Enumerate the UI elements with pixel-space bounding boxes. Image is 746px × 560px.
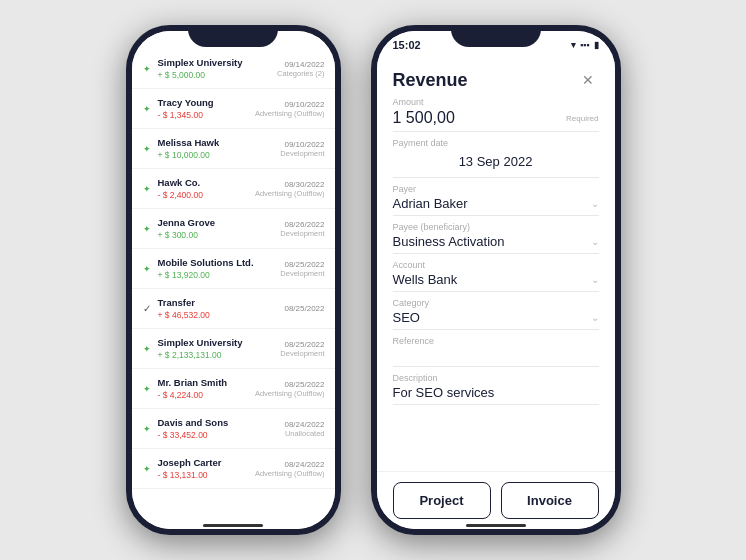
txn-right: 09/14/2022Categories (2)	[277, 60, 325, 78]
payee-label: Payee (beneficiary)	[393, 222, 599, 232]
battery-icon: ▮	[594, 40, 599, 50]
right-screen: 15:02 ▾ ▪▪▪ ▮ Revenue ✕ Amount 1 500,00 …	[377, 31, 615, 529]
category-value: SEO	[393, 310, 420, 325]
payee-field-group: Payee (beneficiary) Business Activation …	[393, 222, 599, 254]
payer-value: Adrian Baker	[393, 196, 468, 211]
txn-amount: - $ 13,131.00	[158, 470, 255, 480]
transaction-item[interactable]: ✦Mr. Brian Smith- $ 4,224.0008/25/2022Ad…	[132, 369, 335, 409]
txn-category: Unallocated	[284, 429, 324, 438]
category-label: Category	[393, 298, 599, 308]
required-badge: Required	[566, 114, 598, 123]
account-label: Account	[393, 260, 599, 270]
txn-name: Davis and Sons	[158, 417, 285, 429]
form-body: Amount 1 500,00 Required Payment date 13…	[377, 97, 615, 471]
txn-category: Advertising (Outflow)	[255, 469, 325, 478]
txn-category: Advertising (Outflow)	[255, 189, 325, 198]
txn-name: Simplex University	[158, 337, 281, 349]
txn-main: Mr. Brian Smith- $ 4,224.00	[156, 377, 255, 399]
txn-category: Advertising (Outflow)	[255, 389, 325, 398]
phone-notch-right	[451, 25, 541, 47]
payer-row[interactable]: Adrian Baker ⌄	[393, 196, 599, 211]
txn-name: Hawk Co.	[158, 177, 255, 189]
txn-category: Development	[280, 349, 324, 358]
txn-right: 08/25/2022	[284, 304, 324, 313]
chevron-down-icon-category: ⌄	[591, 312, 599, 323]
payment-date-label: Payment date	[393, 138, 599, 148]
phone-notch	[188, 25, 278, 47]
transaction-item[interactable]: ✦Melissa Hawk+ $ 10,000.0009/10/2022Deve…	[132, 129, 335, 169]
transaction-item[interactable]: ✦Simplex University+ $ 5,000.0009/14/202…	[132, 49, 335, 89]
txn-amount: - $ 1,345.00	[158, 110, 255, 120]
txn-right: 08/25/2022Development	[280, 260, 324, 278]
transaction-item[interactable]: ✦Davis and Sons- $ 33,452.0008/24/2022Un…	[132, 409, 335, 449]
leaf-icon: ✦	[138, 264, 156, 274]
payee-row[interactable]: Business Activation ⌄	[393, 234, 599, 249]
txn-amount: + $ 5,000.00	[158, 70, 277, 80]
txn-amount: + $ 300.00	[158, 230, 281, 240]
txn-category: Development	[280, 269, 324, 278]
txn-name: Jenna Grove	[158, 217, 281, 229]
leaf-icon: ✦	[138, 144, 156, 154]
txn-main: Davis and Sons- $ 33,452.00	[156, 417, 285, 439]
reference-field-group: Reference	[393, 336, 599, 367]
account-row[interactable]: Wells Bank ⌄	[393, 272, 599, 287]
description-value[interactable]: For SEO services	[393, 385, 599, 400]
txn-category: Development	[280, 229, 324, 238]
leaf-icon: ✦	[138, 464, 156, 474]
txn-right: 08/26/2022Development	[280, 220, 324, 238]
payment-date-value[interactable]: 13 Sep 2022	[393, 150, 599, 173]
txn-category: Categories (2)	[277, 69, 325, 78]
transaction-item[interactable]: ✦Jenna Grove+ $ 300.0008/26/2022Developm…	[132, 209, 335, 249]
home-bar	[203, 524, 263, 527]
txn-amount: - $ 2,400.00	[158, 190, 255, 200]
home-bar-right	[466, 524, 526, 527]
chevron-down-icon: ⌄	[591, 198, 599, 209]
leaf-icon: ✦	[138, 224, 156, 234]
close-button[interactable]: ✕	[577, 69, 599, 91]
transaction-list: ✦Simplex University+ $ 5,000.0009/14/202…	[132, 31, 335, 529]
reference-value[interactable]	[393, 348, 599, 362]
txn-date: 08/24/2022	[255, 460, 325, 469]
transaction-item[interactable]: ✦Tracy Young- $ 1,345.0009/10/2022Advert…	[132, 89, 335, 129]
project-button[interactable]: Project	[393, 482, 491, 519]
transaction-item[interactable]: ✦Simplex University+ $ 2,133,131.0008/25…	[132, 329, 335, 369]
leaf-icon: ✦	[138, 104, 156, 114]
check-icon: ✓	[138, 303, 156, 314]
txn-name: Transfer	[158, 297, 285, 309]
category-field-group: Category SEO ⌄	[393, 298, 599, 330]
txn-right: 08/30/2022Advertising (Outflow)	[255, 180, 325, 198]
txn-date: 08/25/2022	[284, 304, 324, 313]
transaction-item[interactable]: ✦Joseph Carter- $ 13,131.0008/24/2022Adv…	[132, 449, 335, 489]
txn-right: 08/25/2022Advertising (Outflow)	[255, 380, 325, 398]
invoice-button[interactable]: Invoice	[501, 482, 599, 519]
payment-date-field-group: Payment date 13 Sep 2022	[393, 138, 599, 178]
txn-name: Mobile Solutions Ltd.	[158, 257, 281, 269]
account-field-group: Account Wells Bank ⌄	[393, 260, 599, 292]
transaction-item[interactable]: ✦Mobile Solutions Ltd.+ $ 13,920.0008/25…	[132, 249, 335, 289]
txn-name: Mr. Brian Smith	[158, 377, 255, 389]
txn-category: Advertising (Outflow)	[255, 109, 325, 118]
transaction-item[interactable]: ✓Transfer+ $ 46,532.0008/25/2022	[132, 289, 335, 329]
txn-amount: + $ 2,133,131.00	[158, 350, 281, 360]
revenue-form: Revenue ✕ Amount 1 500,00 Required Payme…	[377, 59, 615, 529]
txn-date: 08/25/2022	[255, 380, 325, 389]
txn-main: Tracy Young- $ 1,345.00	[156, 97, 255, 119]
txn-name: Joseph Carter	[158, 457, 255, 469]
transaction-item[interactable]: ✦Hawk Co.- $ 2,400.0008/30/2022Advertisi…	[132, 169, 335, 209]
payer-field-group: Payer Adrian Baker ⌄	[393, 184, 599, 216]
txn-date: 08/26/2022	[280, 220, 324, 229]
txn-name: Tracy Young	[158, 97, 255, 109]
chevron-down-icon-account: ⌄	[591, 274, 599, 285]
left-phone: ✦Simplex University+ $ 5,000.0009/14/202…	[126, 25, 341, 535]
amount-value[interactable]: 1 500,00	[393, 109, 455, 127]
txn-main: Melissa Hawk+ $ 10,000.00	[156, 137, 281, 159]
form-header: Revenue ✕	[377, 59, 615, 97]
txn-main: Hawk Co.- $ 2,400.00	[156, 177, 255, 199]
status-icons: ▾ ▪▪▪ ▮	[571, 40, 599, 50]
txn-date: 08/24/2022	[284, 420, 324, 429]
txn-right: 08/25/2022Development	[280, 340, 324, 358]
wifi-icon: ▾	[571, 40, 576, 50]
left-screen: ✦Simplex University+ $ 5,000.0009/14/202…	[132, 31, 335, 529]
txn-right: 08/24/2022Advertising (Outflow)	[255, 460, 325, 478]
category-row[interactable]: SEO ⌄	[393, 310, 599, 325]
